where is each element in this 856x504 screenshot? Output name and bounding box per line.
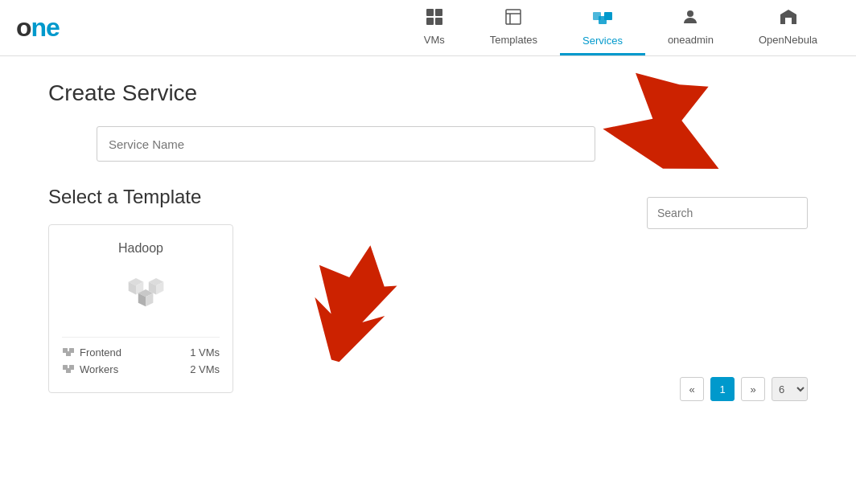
pagination: « 1 » 6 12 24 48 bbox=[680, 377, 808, 401]
nav-opennebula-label: OpenNebula bbox=[759, 34, 817, 46]
svg-rect-21 bbox=[69, 348, 74, 353]
nav-vms[interactable]: VMs bbox=[401, 0, 467, 55]
template-role-frontend: Frontend 1 VMs bbox=[62, 346, 220, 359]
pagination-next[interactable]: » bbox=[741, 377, 765, 401]
template-role-workers: Workers 2 VMs bbox=[62, 363, 220, 375]
role-workers-vms: 2 VMs bbox=[190, 363, 220, 375]
nav-oneadmin-label: oneadmin bbox=[668, 34, 714, 46]
template-card-hadoop[interactable]: Hadoop bbox=[48, 224, 233, 393]
vms-icon bbox=[425, 7, 444, 31]
svg-rect-9 bbox=[785, 18, 792, 24]
nav-services[interactable]: Services bbox=[560, 0, 645, 55]
svg-rect-0 bbox=[426, 9, 434, 16]
role-workers-name: Workers bbox=[80, 363, 118, 375]
template-icon bbox=[62, 268, 220, 321]
nav-templates-label: Templates bbox=[490, 34, 537, 46]
services-icon bbox=[592, 6, 613, 32]
svg-rect-2 bbox=[426, 18, 434, 25]
nav-items: VMs Templates Services oneadmin bbox=[401, 0, 840, 55]
pagination-prev[interactable]: « bbox=[680, 377, 704, 401]
nav-vms-label: VMs bbox=[424, 34, 445, 46]
pagination-per-page[interactable]: 6 12 24 48 bbox=[772, 377, 808, 401]
templates-icon bbox=[504, 7, 523, 31]
oneadmin-icon bbox=[681, 7, 700, 31]
search-input[interactable] bbox=[647, 197, 808, 229]
main-content: Create Service Select a Template Hadoop bbox=[0, 56, 856, 417]
service-name-input[interactable] bbox=[97, 126, 595, 162]
page-title: Create Service bbox=[48, 80, 808, 106]
templates-grid: Hadoop bbox=[48, 224, 808, 393]
search-container bbox=[647, 197, 808, 229]
logo-e: e bbox=[46, 13, 60, 42]
svg-rect-4 bbox=[506, 10, 521, 24]
pagination-page1[interactable]: 1 bbox=[710, 377, 735, 401]
logo-n: n bbox=[31, 13, 47, 42]
logo: one bbox=[16, 13, 60, 43]
svg-rect-7 bbox=[604, 12, 612, 20]
logo-o: o bbox=[16, 13, 31, 42]
svg-rect-1 bbox=[435, 9, 442, 16]
nav-opennebula[interactable]: OpenNebula bbox=[736, 0, 840, 55]
nav-services-label: Services bbox=[582, 35, 623, 47]
svg-rect-24 bbox=[69, 365, 74, 370]
role-frontend-name: Frontend bbox=[80, 346, 121, 359]
template-roles: Frontend 1 VMs Workers 2 VMs bbox=[62, 337, 220, 375]
role-frontend-vms: 1 VMs bbox=[190, 346, 220, 359]
navbar: one VMs Templates Services bbox=[0, 0, 856, 56]
nav-oneadmin[interactable]: oneadmin bbox=[645, 0, 736, 55]
svg-point-8 bbox=[687, 10, 693, 17]
template-name: Hadoop bbox=[62, 241, 220, 256]
nav-templates[interactable]: Templates bbox=[467, 0, 560, 55]
opennebula-icon bbox=[779, 7, 798, 31]
svg-rect-3 bbox=[435, 18, 442, 25]
